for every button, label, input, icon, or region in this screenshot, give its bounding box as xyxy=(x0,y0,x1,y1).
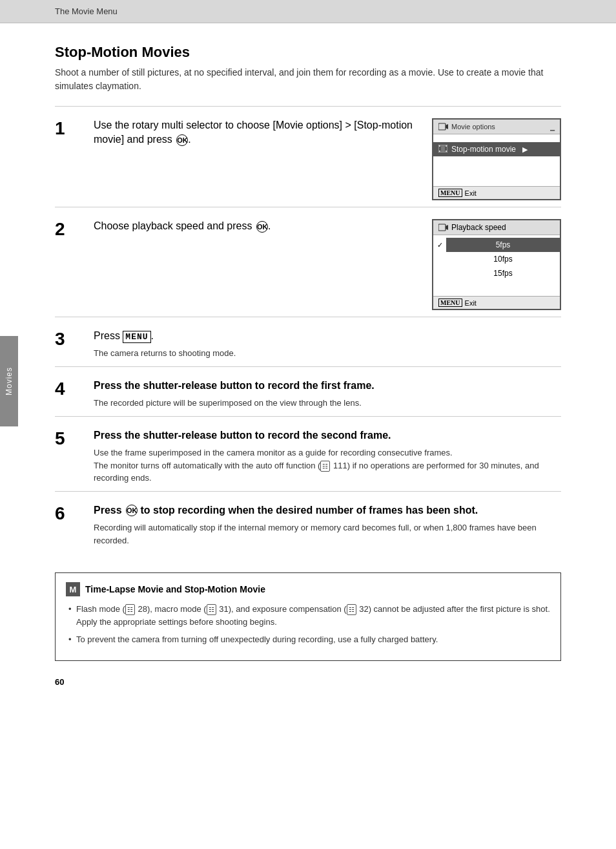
step-4-content: Press the shutter-release button to reco… xyxy=(94,379,561,410)
step-3-number: 3 xyxy=(55,329,81,348)
step-4-number: 4 xyxy=(55,379,81,398)
step-3: 3 Press MENU. The camera returns to shoo… xyxy=(55,317,561,366)
ref-icon-28: ☷ xyxy=(125,604,135,615)
step-1-content: Use the rotary multi selector to choose … xyxy=(94,118,419,151)
ref-icon-111: ☷ xyxy=(320,461,330,472)
step-1: 1 Use the rotary multi selector to choos… xyxy=(55,106,561,207)
playback-row-5fps: ✓ 5fps xyxy=(433,238,560,252)
step-4-instruction: Press the shutter-release button to reco… xyxy=(94,379,561,393)
movie-options-body: Stop-motion movie ▶ xyxy=(433,134,560,186)
ok-button-icon-6: OK xyxy=(126,505,138,516)
spacer xyxy=(433,156,560,182)
page-number: 60 xyxy=(55,677,64,687)
ok-button-icon-1: OK xyxy=(176,134,188,146)
playback-body: ✓ 5fps 10fps 15fps xyxy=(433,235,560,296)
svg-rect-4 xyxy=(446,145,447,147)
playback-speed-screen: Playback speed ✓ 5fps 10fps 15fps xyxy=(432,219,561,310)
step-2: 2 Choose playback speed and press OK. Pl… xyxy=(55,207,561,317)
step-1-number: 1 xyxy=(55,118,81,138)
movie-camera-icon-2 xyxy=(438,224,449,231)
movie-options-screen: Movie options ⎯ xyxy=(432,118,561,200)
movie-camera-icon xyxy=(438,123,449,131)
ref-icon-32: ☷ xyxy=(347,604,356,615)
step-3-instruction: Press MENU. xyxy=(94,329,561,343)
svg-rect-3 xyxy=(439,145,440,147)
playback-header: Playback speed xyxy=(433,220,560,235)
movie-options-footer: MENU Exit xyxy=(433,186,560,199)
playback-row-10fps: 10fps xyxy=(433,252,560,266)
note-bullet-2: To prevent the camera from turning off u… xyxy=(66,633,550,646)
step-1-image: Movie options ⎯ xyxy=(432,118,561,200)
page-description: Shoot a number of still pictures, at no … xyxy=(55,66,561,93)
page-title: Stop-Motion Movies xyxy=(55,44,561,61)
playback-10fps: 10fps xyxy=(446,252,560,266)
movie-options-header: Movie options ⎯ xyxy=(433,120,560,134)
top-bar-label: The Movie Menu xyxy=(55,6,118,16)
step-6: 6 Press OK to stop recording when the de… xyxy=(55,491,561,553)
ok-button-icon-2: OK xyxy=(256,221,268,233)
step-1-instruction: Use the rotary multi selector to choose … xyxy=(94,118,419,147)
step-6-content: Press OK to stop recording when the desi… xyxy=(94,503,561,547)
step-6-note: Recording will automatically stop if the… xyxy=(94,521,561,547)
minus-icon: ⎯ xyxy=(550,122,555,131)
step-5: 5 Press the shutter-release button to re… xyxy=(55,416,561,491)
sidebar-tab: Movies xyxy=(0,336,18,426)
menu-tag-2: MENU xyxy=(438,299,462,307)
playback-15fps: 15fps xyxy=(446,266,560,280)
step-5-content: Press the shutter-release button to reco… xyxy=(94,428,561,485)
note-bullet-1: Flash mode (☷ 28), macro mode (☷ 31), an… xyxy=(66,603,550,628)
top-bar: The Movie Menu xyxy=(0,0,616,23)
film-icon xyxy=(438,145,447,154)
note-box-title: Time-Lapse Movie and Stop-Motion Movie xyxy=(85,584,265,594)
checkmark-icon: ✓ xyxy=(433,241,446,249)
svg-rect-8 xyxy=(438,224,446,231)
playback-footer: MENU Exit xyxy=(433,296,560,309)
step-5-note: Use the frame superimposed in the camera… xyxy=(94,446,561,485)
svg-rect-6 xyxy=(446,151,447,152)
step-2-instruction: Choose playback speed and press OK. xyxy=(94,219,419,233)
playback-5fps: 5fps xyxy=(446,238,560,252)
main-content: Stop-Motion Movies Shoot a number of sti… xyxy=(0,23,616,700)
movie-options-empty-row xyxy=(433,137,560,142)
playback-spacer xyxy=(433,280,560,293)
note-box-header: M Time-Lapse Movie and Stop-Motion Movie xyxy=(66,582,550,596)
step-6-number: 6 xyxy=(55,503,81,523)
svg-rect-5 xyxy=(439,151,440,152)
step-4: 4 Press the shutter-release button to re… xyxy=(55,366,561,416)
arrow-right-icon: ▶ xyxy=(522,145,528,154)
menu-word: MENU xyxy=(123,331,150,343)
step-2-content: Choose playback speed and press OK. xyxy=(94,219,419,237)
step-2-image: Playback speed ✓ 5fps 10fps 15fps xyxy=(432,219,561,310)
step-2-number: 2 xyxy=(55,219,81,238)
step-3-note: The camera returns to shooting mode. xyxy=(94,347,561,360)
svg-rect-7 xyxy=(441,145,445,152)
playback-row-15fps: 15fps xyxy=(433,266,560,280)
menu-tag: MENU xyxy=(438,189,462,197)
note-box: M Time-Lapse Movie and Stop-Motion Movie… xyxy=(55,572,561,661)
step-5-number: 5 xyxy=(55,428,81,448)
ref-icon-31: ☷ xyxy=(207,604,216,615)
step-5-instruction: Press the shutter-release button to reco… xyxy=(94,428,561,443)
note-icon: M xyxy=(66,582,80,596)
step-4-note: The recorded picture will be superimpose… xyxy=(94,397,561,410)
svg-rect-0 xyxy=(438,123,446,130)
movie-options-stop-motion-row: Stop-motion movie ▶ xyxy=(433,142,560,156)
step-6-instruction: Press OK to stop recording when the desi… xyxy=(94,503,561,518)
movie-icon: Movie options xyxy=(438,123,495,131)
step-3-content: Press MENU. The camera returns to shooti… xyxy=(94,329,561,360)
sidebar-tab-label: Movies xyxy=(5,367,14,395)
